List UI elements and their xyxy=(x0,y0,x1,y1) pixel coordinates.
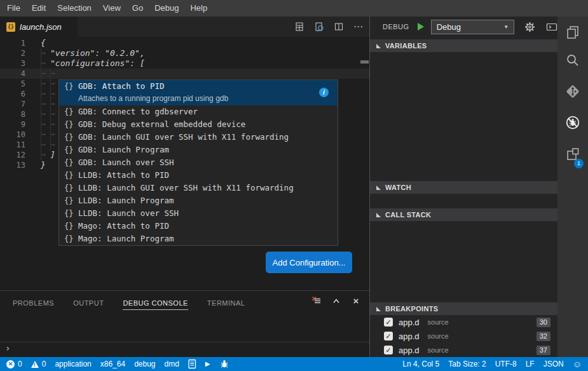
section-header-call-stack[interactable]: CALL STACK xyxy=(370,208,557,221)
panel-tab-output[interactable]: OUTPUT xyxy=(73,299,104,310)
status-tab-size[interactable]: Tab Size: 2 xyxy=(448,360,486,368)
status-encoding[interactable]: UTF-8 xyxy=(495,360,517,368)
menu-item-go[interactable]: Go xyxy=(126,0,149,17)
configure-gear-icon[interactable] xyxy=(524,20,536,33)
whitespace-arrow: → xyxy=(41,99,50,109)
breakpoint-row[interactable]: ✓app.dsource37 xyxy=(370,343,557,357)
suggest-item-label: GDB: Launch over SSH xyxy=(78,156,174,169)
more-actions-icon[interactable]: ⋯ xyxy=(352,20,366,34)
status-eol[interactable]: LF xyxy=(526,360,535,368)
code-line[interactable]: 3→"configurations": [ xyxy=(0,58,369,69)
section-header-watch[interactable]: WATCH xyxy=(370,181,557,194)
suggest-item-label: GDB: Launch Program xyxy=(78,144,169,156)
panel-tab-terminal[interactable]: TERMINAL xyxy=(207,299,245,310)
line-number[interactable]: 12 xyxy=(0,150,25,160)
suggest-item[interactable]: {}GDB: Launch GUI over SSH with X11 forw… xyxy=(59,131,338,144)
feedback-smiley-icon[interactable]: ☺ xyxy=(573,360,582,368)
suggest-item[interactable]: {}LLDB: Attach to PID xyxy=(59,169,338,182)
menu-item-debug[interactable]: Debug xyxy=(149,0,184,17)
menu-item-file[interactable]: File xyxy=(1,0,26,17)
breakpoint-checkbox[interactable]: ✓ xyxy=(384,332,393,341)
code-editor[interactable]: 1{2→"version": "0.2.0",3→"configurations… xyxy=(0,37,369,290)
line-number[interactable]: 7 xyxy=(0,99,25,109)
panel-tab-problems[interactable]: PROBLEMS xyxy=(13,299,54,310)
breakpoint-row[interactable]: ✓app.dsource30 xyxy=(370,315,557,329)
menu-item-edit[interactable]: Edit xyxy=(26,0,51,17)
suggest-item[interactable]: {}GDB: Launch Program xyxy=(59,144,338,156)
snippet-icon: {} xyxy=(59,156,78,169)
suggest-item[interactable]: {}GDB: Connect to gdbserver xyxy=(59,105,338,118)
search-icon[interactable] xyxy=(565,53,580,68)
scrollbar-slider[interactable] xyxy=(360,60,369,64)
split-editor-icon[interactable] xyxy=(332,20,346,34)
search-in-file-icon[interactable] xyxy=(312,20,326,34)
maximize-panel-icon[interactable] xyxy=(331,295,342,307)
suggest-items: {}GDB: Connect to gdbserver{}GDB: Debug … xyxy=(59,105,338,245)
section-header-variables[interactable]: VARIABLES xyxy=(370,39,557,52)
status-item-debug[interactable]: debug xyxy=(134,360,155,368)
suggest-item[interactable]: {}GDB: Launch over SSH xyxy=(59,156,338,169)
status-language[interactable]: JSON xyxy=(544,360,564,368)
info-icon[interactable]: i xyxy=(319,88,329,97)
add-configuration-button[interactable]: Add Configuration... xyxy=(266,252,352,273)
suggest-item-label: GDB: Launch GUI over SSH with X11 forwar… xyxy=(78,131,289,144)
status-item-x86_64[interactable]: x86_64 xyxy=(100,360,125,368)
status-item-application[interactable]: application xyxy=(55,360,91,368)
suggest-item-selected[interactable]: {} GDB: Attach to PID Attaches to a runn… xyxy=(59,80,338,105)
run-status-icon[interactable]: ▶ xyxy=(205,361,210,367)
suggest-item[interactable]: {}Mago: Attach to PID xyxy=(59,220,338,233)
line-number[interactable]: 1 xyxy=(0,38,25,48)
suggest-item[interactable]: {}GDB: Debug external embedded device xyxy=(59,118,338,131)
line-number[interactable]: 6 xyxy=(0,89,25,99)
line-number[interactable]: 13 xyxy=(0,160,25,170)
breakpoints-header-label: BREAKPOINTS xyxy=(385,305,438,313)
breakpoint-checkbox[interactable]: ✓ xyxy=(384,346,393,354)
status-line-col[interactable]: Ln 4, Col 5 xyxy=(402,360,439,368)
code-line[interactable]: 1{ xyxy=(0,38,369,48)
section-header-breakpoints[interactable]: BREAKPOINTS xyxy=(370,302,557,315)
tab-launch-json[interactable]: {} launch.json xyxy=(0,17,78,37)
open-debug-console-icon[interactable] xyxy=(545,20,557,33)
debug-configuration-select[interactable]: Debug ▼ xyxy=(431,20,515,34)
suggest-selected-description: Attaches to a running program pid using … xyxy=(59,93,338,105)
status-item-dmd[interactable]: dmd xyxy=(165,360,179,368)
line-number[interactable]: 5 xyxy=(0,79,25,89)
code-line[interactable]: 2→"version": "0.2.0", xyxy=(0,48,369,58)
suggest-item[interactable]: {}Mago: Launch Program xyxy=(59,233,338,245)
suggest-item[interactable]: {}LLDB: Launch Program xyxy=(59,194,338,207)
line-number[interactable]: 9 xyxy=(0,119,25,130)
code-line[interactable]: 4→→ xyxy=(0,69,369,79)
line-number[interactable]: 8 xyxy=(0,109,25,119)
breakpoint-detail: source xyxy=(428,346,537,354)
open-preview-icon[interactable] xyxy=(292,20,306,34)
error-count[interactable]: ✕ 0 xyxy=(6,360,22,368)
clear-console-icon[interactable] xyxy=(311,295,322,307)
document-status-icon[interactable] xyxy=(188,359,196,369)
line-number[interactable]: 11 xyxy=(0,140,25,150)
snippet-icon: {} xyxy=(59,169,78,182)
line-number[interactable]: 3 xyxy=(0,58,25,69)
breakpoint-row[interactable]: ✓app.dsource32 xyxy=(370,329,557,343)
explorer-icon[interactable] xyxy=(565,25,580,40)
error-count-value: 0 xyxy=(18,360,22,368)
suggest-item[interactable]: {}LLDB: Launch GUI over SSH with X11 for… xyxy=(59,182,338,194)
code-content: →→ xyxy=(41,69,60,79)
bug-status-icon[interactable] xyxy=(219,359,229,369)
breakpoint-checkbox[interactable]: ✓ xyxy=(384,318,393,327)
debug-icon[interactable] xyxy=(565,115,580,130)
source-control-icon[interactable] xyxy=(565,84,580,99)
menu-item-help[interactable]: Help xyxy=(184,0,213,17)
close-panel-icon[interactable]: × xyxy=(350,295,362,307)
line-number[interactable]: 4 xyxy=(0,69,25,79)
suggest-item-label: Mago: Launch Program xyxy=(78,233,174,245)
start-debug-icon[interactable] xyxy=(418,23,424,30)
menu-item-view[interactable]: View xyxy=(97,0,126,17)
menu-item-selection[interactable]: Selection xyxy=(51,0,97,17)
suggest-item[interactable]: {}LLDB: Launch over SSH xyxy=(59,207,338,220)
panel-tab-debug-console[interactable]: DEBUG CONSOLE xyxy=(123,299,188,310)
line-number[interactable]: 10 xyxy=(0,130,25,140)
warning-count[interactable]: 0 xyxy=(31,360,46,368)
snippet-icon: {} xyxy=(59,144,78,156)
console-prompt[interactable]: › xyxy=(5,343,10,353)
line-number[interactable]: 2 xyxy=(0,48,25,58)
